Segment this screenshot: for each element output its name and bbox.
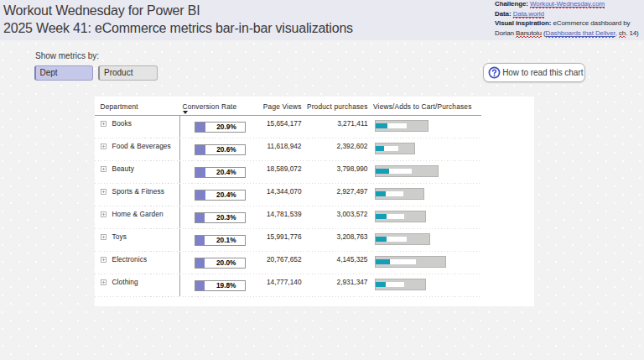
conversion-rate-fill	[195, 123, 205, 132]
attribution-line-data: Data: Data.world	[495, 9, 639, 19]
expand-plus-icon[interactable]	[101, 143, 106, 149]
page-views-cell: 14,344,070	[237, 188, 302, 195]
page-views-cell: 20,767,652	[237, 256, 302, 263]
expand-plus-icon[interactable]	[101, 166, 106, 172]
credit-suffix: . 14)	[626, 29, 639, 37]
row-separator	[95, 296, 481, 297]
credit-link-spellcheck[interactable]: Dashboards that Deliver	[546, 29, 615, 38]
department-cell: Home & Garden	[112, 211, 164, 217]
department-cell: Beauty	[112, 165, 134, 172]
page-views-cell: 14,777,140	[237, 279, 302, 285]
purchases-bar	[376, 123, 387, 128]
conversion-rate-fill	[195, 236, 205, 245]
challenge-link-spellcheck[interactable]: Workout-Wednesday.com	[530, 0, 605, 8]
credit-prefix: Dorian	[495, 29, 516, 37]
data-link[interactable]: Data.world	[513, 10, 544, 18]
column-header-page-views[interactable]: Page Views	[233, 103, 302, 110]
challenge-label: Challenge:	[495, 0, 528, 8]
department-cell: Food & Beverages	[112, 143, 171, 149]
expand-plus-icon[interactable]	[101, 121, 106, 127]
slicer-button-product-label: Product	[104, 68, 132, 77]
how-to-read-button[interactable]: How to read this chart	[483, 63, 586, 82]
product-purchases-cell: 2,927,497	[304, 188, 368, 195]
purchases-bar	[376, 282, 386, 287]
matrix-row[interactable]: Food & Beverages 20.6% 11,618,942 2,392,…	[95, 138, 481, 161]
product-purchases-cell: 3,271,411	[304, 120, 368, 127]
page-views-cell: 15,654,177	[237, 120, 302, 127]
title-line2: 2025 Week 41: eCommerce metrics bar-in-b…	[3, 20, 353, 38]
credit-ch: ch	[619, 29, 626, 38]
purchases-bar	[376, 259, 390, 264]
column-header-conversion-rate[interactable]: Conversion Rate	[183, 103, 237, 110]
column-header-views-adds-purchases[interactable]: Views/Adds to Cart/Purchases	[373, 103, 472, 110]
conversion-rate-fill	[195, 190, 205, 200]
matrix-row[interactable]: Clothing 19.8% 14,777,140 2,931,347	[95, 274, 481, 297]
purchases-bar	[376, 214, 386, 219]
slicer-button-product[interactable]: Product	[98, 65, 158, 81]
purchases-bar	[376, 146, 384, 151]
attribution-block: Challenge: Workout-Wednesday.com Data: D…	[495, 0, 639, 38]
purchases-bar	[376, 237, 387, 242]
product-purchases-cell: 3,003,572	[304, 211, 368, 217]
matrix-visual: Department Conversion Rate Page Views Pr…	[95, 97, 534, 307]
matrix-row[interactable]: Beauty 20.4% 18,589,072 3,798,990	[95, 161, 481, 184]
purchases-bar	[376, 191, 386, 196]
attribution-line-challenge: Challenge: Workout-Wednesday.com	[495, 0, 639, 9]
matrix-row[interactable]: Books 20.9% 15,654,177 3,271,411	[95, 116, 481, 138]
page-views-cell: 14,781,539	[237, 211, 302, 217]
credit-link[interactable]: Dashboards that Deliver	[546, 29, 615, 37]
matrix-row[interactable]: Electronics 20.0% 20,767,652 4,145,325	[95, 252, 481, 274]
attribution-line-credit: Dorian Banutoiu (Dashboards that Deliver…	[495, 29, 639, 39]
product-purchases-cell: 2,931,347	[304, 279, 368, 285]
department-cell: Clothing	[112, 279, 138, 285]
inspiration-text: eCommerce dashboard by	[553, 19, 630, 27]
column-header-department[interactable]: Department	[101, 103, 138, 110]
product-purchases-cell: 2,392,602	[304, 143, 368, 149]
matrix-row[interactable]: Sports & Fitness 20.4% 14,344,070 2,927,…	[95, 184, 481, 206]
expand-plus-icon[interactable]	[101, 189, 106, 195]
department-cell: Books	[112, 120, 132, 127]
page-views-cell: 15,991,776	[237, 233, 302, 240]
conversion-rate-fill	[195, 168, 205, 177]
expand-plus-icon[interactable]	[101, 234, 106, 240]
inspiration-label: Visual inspiration:	[495, 19, 551, 27]
conversion-rate-fill	[195, 258, 205, 268]
product-purchases-cell: 3,798,990	[304, 165, 368, 172]
column-header-product-purchases[interactable]: Product purchases	[300, 103, 368, 110]
page-views-cell: 11,618,942	[237, 143, 302, 149]
expand-plus-icon[interactable]	[101, 279, 106, 285]
matrix-row[interactable]: Home & Garden 20.3% 14,781,539 3,003,572	[95, 206, 481, 229]
page-views-cell: 18,589,072	[237, 165, 302, 172]
header-band: Workout Wednesday for Power BI 2025 Week…	[0, 0, 644, 40]
purchases-bar	[376, 169, 389, 174]
sort-descending-icon	[183, 111, 188, 114]
matrix-row[interactable]: Toys 20.1% 15,991,776 3,208,763	[95, 229, 481, 252]
product-purchases-cell: 3,208,763	[304, 233, 368, 240]
expand-plus-icon[interactable]	[101, 211, 106, 217]
conversion-rate-fill	[195, 145, 205, 154]
report-title: Workout Wednesday for Power BI 2025 Week…	[3, 3, 353, 37]
slicer-button-dept-label: Dept	[40, 68, 58, 77]
department-cell: Sports & Fitness	[112, 188, 164, 195]
slicer-button-dept[interactable]: Dept	[34, 65, 93, 81]
show-metrics-label: Show metrics by:	[35, 51, 99, 60]
challenge-link[interactable]: Workout-Wednesday.com	[530, 0, 605, 8]
conversion-rate-fill	[195, 281, 205, 290]
credit-name: Banutoiu	[516, 29, 542, 38]
how-to-read-label: How to read this chart	[502, 68, 583, 77]
expand-plus-icon[interactable]	[101, 257, 106, 263]
title-line1: Workout Wednesday for Power BI	[3, 3, 353, 20]
question-circle-icon	[488, 66, 501, 79]
attribution-line-inspiration: Visual inspiration: eCommerce dashboard …	[495, 18, 639, 29]
department-cell: Toys	[112, 233, 127, 240]
data-label: Data:	[495, 10, 512, 18]
department-cell: Electronics	[112, 256, 148, 263]
data-link-spellcheck[interactable]: Data.world	[513, 10, 544, 18]
product-purchases-cell: 4,145,325	[304, 256, 368, 263]
conversion-rate-fill	[195, 213, 205, 222]
